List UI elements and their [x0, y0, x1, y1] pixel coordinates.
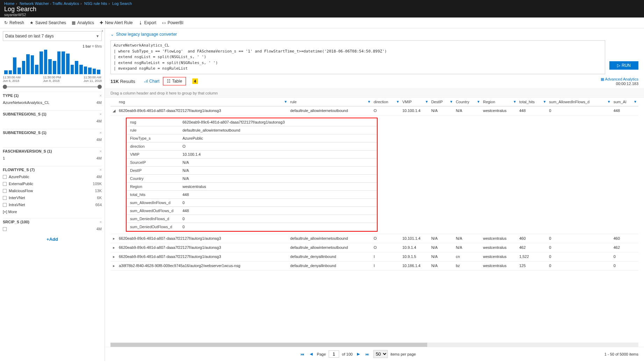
histogram-bar[interactable] — [22, 61, 26, 74]
refresh-button[interactable]: ↻Refresh — [4, 20, 24, 25]
group-hint[interactable]: Drag a column header and drop it here to… — [105, 89, 644, 98]
histogram-bar[interactable] — [79, 65, 83, 74]
page-prev-button[interactable]: ◀ — [308, 352, 314, 356]
expand-icon[interactable]: ▸ — [110, 243, 117, 252]
time-range-select[interactable]: Data based on last 7 days — [3, 31, 102, 41]
checkbox[interactable] — [3, 175, 7, 179]
table-row[interactable]: ▸6620eab9-89c6-481d-a807-daaa7f22127f/au… — [110, 234, 638, 243]
column-header[interactable]: nsg▼ — [117, 98, 289, 106]
legacy-converter-link[interactable]: Show legacy language converter — [105, 28, 644, 40]
saved-searches-button[interactable]: ★Saved Searches — [30, 20, 66, 25]
close-icon[interactable]: × — [100, 168, 102, 172]
view-table-tab[interactable]: ☷Table — [163, 77, 186, 85]
column-header[interactable]: Country▼ — [455, 98, 482, 106]
checkbox[interactable] — [3, 227, 7, 231]
run-button[interactable]: ▷RUN — [609, 61, 638, 70]
histogram-bar[interactable] — [57, 51, 61, 74]
facet-row[interactable]: MaliciousFlow13K — [3, 187, 102, 194]
facet-header[interactable]: FLOWTYPE_S (7)× — [3, 166, 102, 173]
close-icon[interactable]: × — [100, 112, 102, 116]
powerbi-button[interactable]: ▭PowerBI — [162, 20, 183, 25]
column-header[interactable]: VMIP▼ — [401, 98, 430, 106]
column-header[interactable]: direction▼ — [372, 98, 401, 106]
facet-row[interactable]: InterVNet6K — [3, 194, 102, 201]
column-header[interactable]: rule▼ — [289, 98, 372, 106]
page-next-button[interactable]: ▶ — [356, 352, 361, 356]
histogram-bar[interactable] — [88, 68, 92, 74]
column-header[interactable]: DestIP▼ — [430, 98, 454, 106]
analytics-button[interactable]: ▦Analytics — [72, 20, 94, 25]
time-slider[interactable] — [3, 86, 102, 88]
add-facet-button[interactable]: +Add — [3, 237, 102, 242]
facet-row[interactable]: 14M — [3, 155, 102, 162]
facet-row[interactable]: 4M — [3, 118, 102, 125]
close-icon[interactable]: × — [100, 131, 102, 135]
filter-icon[interactable]: ▼ — [607, 100, 611, 104]
column-header[interactable]: total_hits▼ — [518, 98, 548, 106]
filter-icon[interactable]: ▼ — [425, 100, 429, 104]
filter-icon[interactable]: ▼ — [634, 100, 637, 104]
checkbox[interactable] — [3, 189, 7, 193]
view-chart-tab[interactable]: ₊ılChart — [140, 77, 163, 85]
facet-row[interactable]: IntraVNet664 — [3, 201, 102, 208]
histogram-bar[interactable] — [84, 66, 87, 74]
facet-header[interactable]: TYPE (1)× — [3, 92, 102, 99]
filter-icon[interactable]: ▼ — [367, 100, 371, 104]
facet-header[interactable]: FASCHEMAVERSION_S (1)× — [3, 147, 102, 155]
filter-icon[interactable]: ▼ — [284, 100, 287, 104]
filter-icon[interactable]: ▼ — [513, 100, 516, 104]
table-row[interactable]: ▸6620eab9-89c6-481d-a807-daaa7f22127f/au… — [110, 243, 638, 252]
histogram-bar[interactable] — [17, 68, 21, 74]
crumb-home[interactable]: Home — [4, 1, 14, 6]
histogram-bar[interactable] — [48, 59, 52, 74]
more-link[interactable]: [+] More — [3, 210, 102, 214]
expand-icon[interactable]: ▸ — [110, 261, 117, 270]
horizontal-scrollbar[interactable] — [110, 343, 638, 347]
expand-icon[interactable]: ▸ — [110, 234, 117, 243]
expand-icon[interactable]: ▸ — [110, 252, 117, 261]
facet-header[interactable]: SUBNETREGION2_S (1)× — [3, 129, 102, 136]
column-header[interactable]: sum_Al▼ — [612, 98, 638, 106]
histogram-bar[interactable] — [53, 61, 56, 74]
close-icon[interactable]: × — [100, 149, 102, 153]
crumb-nw[interactable]: Network Watcher - Traffic Analytics — [20, 1, 79, 6]
filter-icon[interactable]: ▼ — [477, 100, 480, 104]
export-button[interactable]: ⭳Export — [138, 20, 157, 25]
query-editor[interactable]: AzureNetworkAnalytics_CL | where SubType… — [110, 40, 605, 74]
table-row[interactable]: ◢6620eab9-89c6-481d-a807-daaa7f22127f/au… — [110, 106, 638, 115]
checkbox[interactable] — [3, 203, 7, 207]
checkbox[interactable] — [3, 196, 7, 200]
filter-icon[interactable]: ▼ — [396, 100, 400, 104]
histogram-bar[interactable] — [31, 55, 34, 74]
page-first-button[interactable]: ⏮ — [299, 352, 306, 356]
facet-row[interactable]: 4M — [3, 136, 102, 143]
facet-header[interactable]: SUBNETREGION1_S (1)× — [3, 110, 102, 118]
histogram-bar[interactable] — [66, 54, 70, 74]
advanced-analytics-link[interactable]: ▦ Advanced Analytics — [601, 77, 638, 82]
histogram-bar[interactable] — [26, 54, 30, 74]
table-row[interactable]: ▸6620eab9-89c6-481d-a807-daaa7f22127f/au… — [110, 252, 638, 261]
new-alert-button[interactable]: ✚New Alert Rule — [100, 20, 133, 25]
histogram-bar[interactable] — [44, 50, 48, 74]
histogram-bar[interactable] — [75, 61, 78, 74]
expand-icon[interactable]: ◢ — [110, 106, 117, 115]
page-last-button[interactable]: ⏭ — [364, 352, 371, 356]
histogram-bar[interactable] — [35, 65, 38, 74]
histogram-bar[interactable] — [62, 51, 65, 74]
facet-header[interactable]: SRCIP_S (100)× — [3, 218, 102, 225]
page-size-select[interactable]: 50 — [373, 350, 388, 358]
facet-row[interactable]: ExternalPublic109K — [3, 180, 102, 187]
crumb-nsg[interactable]: NSG rule hits — [84, 1, 107, 6]
close-icon[interactable]: × — [100, 220, 102, 224]
column-header[interactable]: Region▼ — [481, 98, 518, 106]
close-icon[interactable]: × — [100, 93, 102, 98]
histogram-bar[interactable] — [97, 70, 100, 74]
column-header[interactable]: sum_AllowedInFlows_d▼ — [548, 98, 612, 106]
crumb-log[interactable]: Log Search — [112, 1, 132, 6]
page-input[interactable] — [329, 350, 339, 358]
checkbox[interactable] — [3, 182, 7, 186]
facet-row[interactable]: AzureNetworkAnalytics_CL4M — [3, 99, 102, 106]
histogram-chart[interactable] — [3, 50, 102, 74]
histogram-bar[interactable] — [9, 70, 12, 74]
histogram-bar[interactable] — [13, 57, 16, 74]
